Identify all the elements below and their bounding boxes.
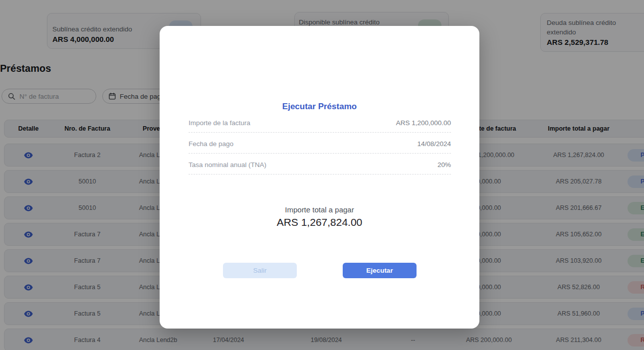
ejecutar-button[interactable]: Ejecutar — [343, 263, 417, 278]
modal-fields: Importe de la factura ARS 1,200,000.00 F… — [189, 112, 451, 175]
field-tna: Tasa nominal anual (TNA) 20% — [189, 154, 451, 175]
field-label: Fecha de pago — [189, 140, 233, 148]
field-value: 14/08/2024 — [417, 140, 451, 148]
field-label: Tasa nominal anual (TNA) — [189, 161, 266, 169]
field-fecha-pago: Fecha de pago 14/08/2024 — [189, 133, 451, 154]
field-importe-factura: Importe de la factura ARS 1,200,000.00 — [189, 112, 451, 133]
field-value: 20% — [437, 161, 451, 169]
salir-button[interactable]: Salir — [223, 263, 297, 278]
total-to-pay-value: ARS 1,267,824.00 — [160, 216, 479, 228]
ejecutar-prestamo-modal: Ejecutar Préstamo Importe de la factura … — [160, 26, 479, 329]
field-value: ARS 1,200,000.00 — [396, 119, 451, 127]
modal-title: Ejecutar Préstamo — [160, 102, 479, 112]
field-label: Importe de la factura — [189, 119, 250, 127]
modal-buttons: Salir Ejecutar — [223, 263, 417, 278]
total-to-pay-label: Importe total a pagar — [160, 205, 479, 214]
